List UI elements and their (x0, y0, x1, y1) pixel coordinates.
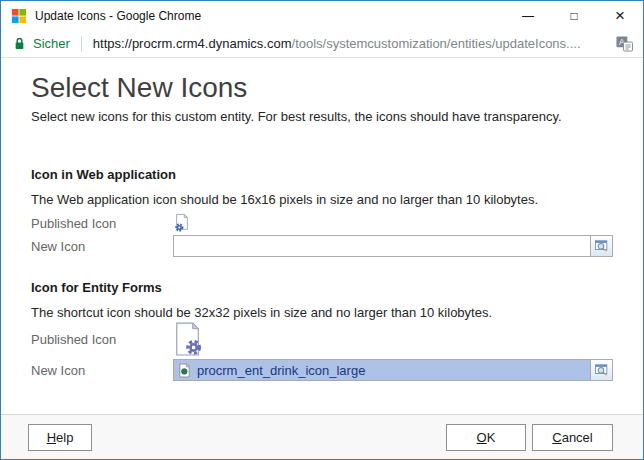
forms-new-icon-field[interactable]: procrm_ent_drink_icon_large (173, 359, 613, 381)
forms-new-icon-selected-value[interactable]: procrm_ent_drink_icon_large (174, 360, 590, 380)
url-text[interactable]: https://procrm.crm4.dynamics.com/tools/s… (93, 36, 608, 51)
page-with-gear-icon-32 (173, 321, 203, 357)
forms-new-icon-browse-button[interactable] (590, 360, 612, 380)
forms-new-icon-label: New Icon (31, 363, 173, 378)
magnifier-window-icon (595, 240, 609, 253)
url-path: /tools/systemcustomization/entities/upda… (292, 36, 581, 51)
web-new-icon-input[interactable] (174, 236, 590, 256)
file-with-green-dot-icon (178, 363, 191, 378)
address-divider (81, 36, 82, 52)
forms-published-icon-label: Published Icon (31, 332, 173, 347)
forms-published-icon-row: Published Icon (31, 321, 613, 357)
web-new-icon-field (173, 235, 613, 257)
microsoft-squares-icon (11, 8, 27, 24)
web-published-icon-label: Published Icon (31, 216, 173, 231)
section-entity-forms-heading: Icon for Entity Forms (31, 280, 613, 296)
help-button[interactable]: Help (28, 424, 92, 451)
translate-icon[interactable]: A (616, 35, 633, 52)
cancel-button[interactable]: Cancel (532, 424, 613, 451)
section-web-app-description: The Web application icon should be 16x16… (31, 192, 613, 208)
page-title: Select New Icons (31, 72, 613, 104)
security-label: Sicher (33, 36, 70, 51)
window-title: Update Icons - Google Chrome (35, 9, 505, 23)
title-bar: Update Icons - Google Chrome — □ × (1, 1, 643, 30)
web-new-icon-label: New Icon (31, 239, 173, 254)
close-button[interactable]: × (597, 1, 643, 30)
window-controls: — □ × (505, 1, 643, 30)
section-web-app-heading: Icon in Web application (31, 167, 613, 183)
minimize-button[interactable]: — (505, 1, 551, 30)
maximize-button[interactable]: □ (551, 1, 597, 30)
web-published-icon-row: Published Icon (31, 214, 613, 232)
url-origin: https://procrm.crm4.dynamics.com (93, 36, 292, 51)
section-entity-forms-description: The shortcut icon should be 32x32 pixels… (31, 305, 613, 321)
web-new-icon-row: New Icon (31, 235, 613, 257)
secure-lock-icon[interactable] (14, 36, 25, 51)
page-subtitle: Select new icons for this custom entity.… (31, 109, 613, 125)
magnifier-window-icon (595, 364, 609, 377)
page-with-gear-icon-16 (173, 213, 191, 233)
dialog-content: Select New Icons Select new icons for th… (1, 72, 643, 381)
ok-button[interactable]: OK (446, 424, 526, 451)
chrome-popup-window: Update Icons - Google Chrome — □ × Siche… (0, 0, 644, 460)
forms-new-icon-value-text: procrm_ent_drink_icon_large (197, 363, 365, 378)
forms-new-icon-row: New Icon procrm_ent_drink_icon_large (31, 359, 613, 381)
address-bar: Sicher https://procrm.crm4.dynamics.com/… (1, 30, 643, 58)
web-new-icon-browse-button[interactable] (590, 236, 612, 256)
dialog-footer: Help OK Cancel (1, 414, 643, 459)
